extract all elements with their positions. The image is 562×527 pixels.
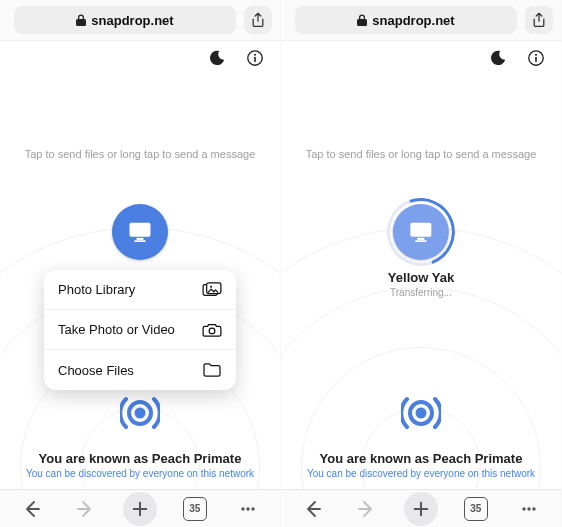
svg-point-1 — [254, 53, 256, 55]
info-icon — [527, 49, 545, 67]
tabs-button[interactable]: 35 — [461, 494, 491, 524]
instruction-text: Tap to send files or long tap to send a … — [0, 148, 280, 160]
url-field[interactable]: snapdrop.net — [14, 6, 236, 34]
lock-icon — [76, 14, 86, 26]
picker-label: Take Photo or Video — [58, 322, 175, 337]
picker-label: Choose Files — [58, 363, 134, 378]
svg-point-9 — [209, 328, 215, 334]
nav-forward-button[interactable] — [351, 494, 381, 524]
safari-url-bar: snapdrop.net — [281, 0, 561, 40]
share-button[interactable] — [244, 6, 272, 34]
safari-url-bar: snapdrop.net — [0, 0, 280, 40]
info-button[interactable] — [525, 47, 547, 69]
picker-photo-library[interactable]: Photo Library — [44, 270, 236, 310]
ellipsis-icon — [519, 499, 539, 519]
svg-rect-3 — [130, 223, 151, 237]
dark-mode-toggle[interactable] — [487, 47, 509, 69]
svg-point-16 — [535, 53, 537, 55]
moon-icon — [489, 49, 507, 67]
tabs-count-chip: 35 — [183, 497, 207, 521]
desktop-icon — [126, 218, 154, 246]
svg-point-25 — [532, 507, 535, 510]
app-toolbar — [0, 40, 280, 74]
svg-point-24 — [527, 507, 530, 510]
tabs-button[interactable]: 35 — [180, 494, 210, 524]
broadcast-icon — [120, 393, 160, 433]
svg-rect-17 — [535, 56, 537, 61]
main-area: Tap to send files or long tap to send a … — [281, 74, 561, 489]
more-button[interactable] — [233, 494, 263, 524]
info-button[interactable] — [244, 47, 266, 69]
self-antenna — [401, 393, 441, 433]
nav-back-button[interactable] — [17, 494, 47, 524]
svg-point-8 — [210, 285, 212, 287]
plus-icon — [412, 500, 430, 518]
ios-file-picker: Photo Library Take Photo or Video Choose… — [44, 270, 236, 390]
identity-block: You are known as Peach Primate You can b… — [281, 451, 561, 479]
instruction-text: Tap to send files or long tap to send a … — [281, 148, 561, 160]
svg-point-12 — [241, 507, 244, 510]
desktop-icon — [407, 218, 435, 246]
svg-point-13 — [246, 507, 249, 510]
identity-subtitle: You can be discovered by everyone on thi… — [0, 468, 280, 479]
svg-rect-18 — [410, 223, 431, 237]
tabs-count-chip: 35 — [464, 497, 488, 521]
folder-icon — [202, 361, 222, 379]
self-antenna — [120, 393, 160, 433]
info-icon — [246, 49, 264, 67]
svg-point-21 — [416, 408, 427, 419]
tabs-count: 35 — [470, 503, 481, 514]
nav-back-button[interactable] — [298, 494, 328, 524]
moon-icon — [208, 49, 226, 67]
identity-title: You are known as Peach Primate — [0, 451, 280, 466]
svg-point-23 — [522, 507, 525, 510]
arrow-right-icon — [75, 499, 95, 519]
screenshot-left: snapdrop.net Tap to send files or long t… — [0, 0, 281, 527]
peer-avatar-button[interactable]: Yellow Yak Transferring... — [388, 204, 454, 298]
camera-icon — [202, 321, 222, 339]
arrow-right-icon — [356, 499, 376, 519]
main-area: Tap to send files or long tap to send a … — [0, 74, 280, 489]
url-host: snapdrop.net — [372, 13, 454, 28]
new-tab-button[interactable] — [123, 492, 157, 526]
identity-subtitle: You can be discovered by everyone on thi… — [281, 468, 561, 479]
peer-avatar-button[interactable] — [112, 204, 168, 260]
tabs-count: 35 — [189, 503, 200, 514]
safari-footer: 35 — [281, 489, 561, 527]
svg-point-14 — [251, 507, 254, 510]
screenshot-right: snapdrop.net Tap to send files or long t… — [281, 0, 562, 527]
gallery-icon — [202, 281, 222, 299]
svg-rect-5 — [134, 240, 146, 242]
picker-choose-files[interactable]: Choose Files — [44, 350, 236, 390]
broadcast-icon — [401, 393, 441, 433]
picker-label: Photo Library — [58, 282, 135, 297]
share-button[interactable] — [525, 6, 553, 34]
more-button[interactable] — [514, 494, 544, 524]
svg-rect-19 — [417, 238, 424, 240]
picker-take-photo[interactable]: Take Photo or Video — [44, 310, 236, 350]
svg-rect-2 — [254, 56, 256, 61]
arrow-left-icon — [22, 499, 42, 519]
svg-point-10 — [135, 408, 146, 419]
peer-name: Yellow Yak — [388, 270, 454, 285]
app-toolbar — [281, 40, 561, 74]
url-host: snapdrop.net — [91, 13, 173, 28]
new-tab-button[interactable] — [404, 492, 438, 526]
share-icon — [531, 12, 547, 28]
identity-title: You are known as Peach Primate — [281, 451, 561, 466]
share-icon — [250, 12, 266, 28]
url-field[interactable]: snapdrop.net — [295, 6, 517, 34]
dark-mode-toggle[interactable] — [206, 47, 228, 69]
svg-rect-20 — [415, 240, 427, 242]
identity-block: You are known as Peach Primate You can b… — [0, 451, 280, 479]
peer-status: Transferring... — [390, 287, 452, 298]
safari-footer: 35 — [0, 489, 280, 527]
arrow-left-icon — [303, 499, 323, 519]
nav-forward-button[interactable] — [70, 494, 100, 524]
ellipsis-icon — [238, 499, 258, 519]
svg-rect-4 — [137, 238, 144, 240]
plus-icon — [131, 500, 149, 518]
lock-icon — [357, 14, 367, 26]
